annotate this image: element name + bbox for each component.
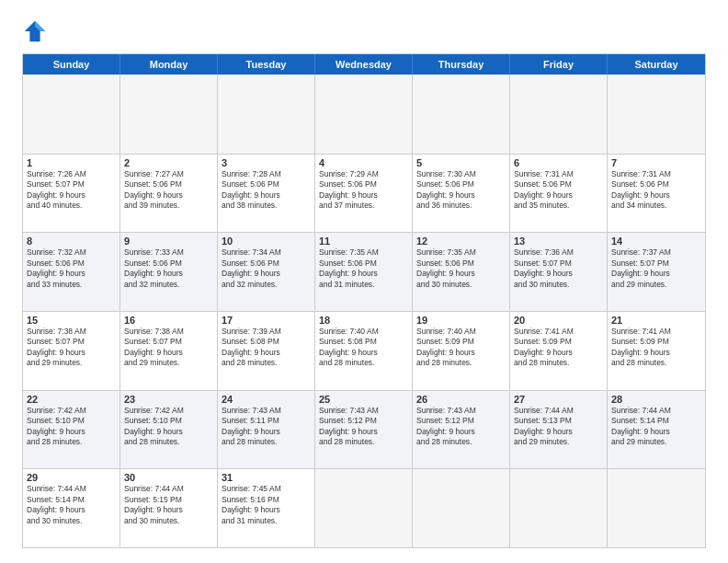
day-number: 21	[611, 315, 701, 326]
cell-info: Sunrise: 7:26 AM Sunset: 5:07 PM Dayligh…	[27, 169, 116, 212]
calendar-cell	[608, 469, 705, 547]
day-number: 7	[611, 157, 701, 168]
day-number: 2	[124, 157, 213, 168]
day-number: 1	[27, 157, 116, 168]
header	[22, 18, 706, 44]
cell-info: Sunrise: 7:39 AM Sunset: 5:08 PM Dayligh…	[222, 327, 311, 369]
cell-info: Sunrise: 7:43 AM Sunset: 5:11 PM Dayligh…	[222, 406, 311, 448]
calendar-row	[23, 75, 705, 154]
calendar-body: 1Sunrise: 7:26 AM Sunset: 5:07 PM Daylig…	[23, 75, 705, 547]
calendar-row: 8Sunrise: 7:32 AM Sunset: 5:06 PM Daylig…	[23, 232, 705, 311]
header-day-sunday: Sunday	[23, 54, 120, 75]
calendar-row: 22Sunrise: 7:42 AM Sunset: 5:10 PM Dayli…	[23, 390, 705, 469]
calendar-cell: 8Sunrise: 7:32 AM Sunset: 5:06 PM Daylig…	[23, 233, 120, 311]
calendar-cell: 12Sunrise: 7:35 AM Sunset: 5:06 PM Dayli…	[413, 233, 510, 311]
calendar-cell: 29Sunrise: 7:44 AM Sunset: 5:14 PM Dayli…	[23, 469, 120, 547]
calendar-cell: 27Sunrise: 7:44 AM Sunset: 5:13 PM Dayli…	[510, 391, 608, 469]
logo-icon	[22, 18, 48, 44]
calendar-cell	[510, 469, 608, 547]
cell-info: Sunrise: 7:44 AM Sunset: 5:14 PM Dayligh…	[27, 484, 116, 526]
day-number: 6	[514, 157, 603, 168]
calendar-cell	[315, 75, 413, 154]
cell-info: Sunrise: 7:44 AM Sunset: 5:13 PM Dayligh…	[514, 406, 603, 448]
day-number: 20	[514, 315, 603, 326]
day-number: 4	[319, 157, 408, 168]
cell-info: Sunrise: 7:31 AM Sunset: 5:06 PM Dayligh…	[514, 169, 603, 212]
calendar-row: 15Sunrise: 7:38 AM Sunset: 5:07 PM Dayli…	[23, 311, 705, 390]
day-number: 14	[611, 236, 701, 247]
cell-info: Sunrise: 7:43 AM Sunset: 5:12 PM Dayligh…	[416, 406, 506, 448]
cell-info: Sunrise: 7:42 AM Sunset: 5:10 PM Dayligh…	[124, 406, 213, 448]
calendar-cell: 23Sunrise: 7:42 AM Sunset: 5:10 PM Dayli…	[120, 391, 218, 469]
cell-info: Sunrise: 7:35 AM Sunset: 5:06 PM Dayligh…	[319, 247, 408, 290]
day-number: 31	[222, 472, 311, 483]
day-number: 23	[124, 394, 213, 405]
calendar-cell: 4Sunrise: 7:29 AM Sunset: 5:06 PM Daylig…	[315, 155, 413, 233]
calendar-cell: 13Sunrise: 7:36 AM Sunset: 5:07 PM Dayli…	[510, 233, 608, 311]
calendar-cell	[120, 75, 218, 154]
calendar-cell: 17Sunrise: 7:39 AM Sunset: 5:08 PM Dayli…	[218, 312, 315, 390]
calendar-cell	[315, 469, 413, 547]
calendar-cell: 19Sunrise: 7:40 AM Sunset: 5:09 PM Dayli…	[413, 312, 510, 390]
calendar-cell: 26Sunrise: 7:43 AM Sunset: 5:12 PM Dayli…	[413, 391, 510, 469]
day-number: 22	[27, 394, 116, 405]
calendar-cell: 5Sunrise: 7:30 AM Sunset: 5:06 PM Daylig…	[413, 155, 510, 233]
calendar-cell: 18Sunrise: 7:40 AM Sunset: 5:08 PM Dayli…	[315, 312, 413, 390]
day-number: 28	[611, 394, 701, 405]
calendar-cell: 1Sunrise: 7:26 AM Sunset: 5:07 PM Daylig…	[23, 155, 120, 233]
logo	[22, 18, 51, 44]
cell-info: Sunrise: 7:36 AM Sunset: 5:07 PM Dayligh…	[514, 247, 603, 290]
calendar-cell: 2Sunrise: 7:27 AM Sunset: 5:06 PM Daylig…	[120, 155, 218, 233]
calendar-cell: 9Sunrise: 7:33 AM Sunset: 5:06 PM Daylig…	[120, 233, 218, 311]
calendar-cell: 11Sunrise: 7:35 AM Sunset: 5:06 PM Dayli…	[315, 233, 413, 311]
cell-info: Sunrise: 7:38 AM Sunset: 5:07 PM Dayligh…	[27, 327, 116, 369]
cell-info: Sunrise: 7:41 AM Sunset: 5:09 PM Dayligh…	[611, 327, 701, 369]
day-number: 26	[416, 394, 506, 405]
header-day-thursday: Thursday	[413, 54, 510, 75]
calendar-cell: 10Sunrise: 7:34 AM Sunset: 5:06 PM Dayli…	[218, 233, 315, 311]
cell-info: Sunrise: 7:44 AM Sunset: 5:15 PM Dayligh…	[124, 484, 213, 526]
header-day-friday: Friday	[510, 54, 608, 75]
cell-info: Sunrise: 7:27 AM Sunset: 5:06 PM Dayligh…	[124, 169, 213, 212]
day-number: 18	[319, 315, 408, 326]
day-number: 24	[222, 394, 311, 405]
day-number: 11	[319, 236, 408, 247]
cell-info: Sunrise: 7:40 AM Sunset: 5:09 PM Dayligh…	[416, 327, 506, 369]
cell-info: Sunrise: 7:33 AM Sunset: 5:06 PM Dayligh…	[124, 247, 213, 290]
header-day-tuesday: Tuesday	[218, 54, 315, 75]
day-number: 17	[222, 315, 311, 326]
calendar-cell	[413, 469, 510, 547]
header-day-monday: Monday	[120, 54, 218, 75]
cell-info: Sunrise: 7:40 AM Sunset: 5:08 PM Dayligh…	[319, 327, 408, 369]
cell-info: Sunrise: 7:38 AM Sunset: 5:07 PM Dayligh…	[124, 327, 213, 369]
cell-info: Sunrise: 7:42 AM Sunset: 5:10 PM Dayligh…	[27, 406, 116, 448]
cell-info: Sunrise: 7:37 AM Sunset: 5:07 PM Dayligh…	[611, 247, 701, 290]
day-number: 5	[416, 157, 506, 168]
day-number: 13	[514, 236, 603, 247]
cell-info: Sunrise: 7:32 AM Sunset: 5:06 PM Dayligh…	[27, 247, 116, 290]
day-number: 25	[319, 394, 408, 405]
calendar-cell: 21Sunrise: 7:41 AM Sunset: 5:09 PM Dayli…	[608, 312, 705, 390]
day-number: 10	[222, 236, 311, 247]
calendar-cell: 22Sunrise: 7:42 AM Sunset: 5:10 PM Dayli…	[23, 391, 120, 469]
day-number: 15	[27, 315, 116, 326]
day-number: 29	[27, 472, 116, 483]
cell-info: Sunrise: 7:43 AM Sunset: 5:12 PM Dayligh…	[319, 406, 408, 448]
day-number: 16	[124, 315, 213, 326]
cell-info: Sunrise: 7:45 AM Sunset: 5:16 PM Dayligh…	[222, 484, 311, 526]
calendar-cell: 20Sunrise: 7:41 AM Sunset: 5:09 PM Dayli…	[510, 312, 608, 390]
calendar-cell: 6Sunrise: 7:31 AM Sunset: 5:06 PM Daylig…	[510, 155, 608, 233]
cell-info: Sunrise: 7:30 AM Sunset: 5:06 PM Dayligh…	[416, 169, 506, 212]
calendar-cell: 30Sunrise: 7:44 AM Sunset: 5:15 PM Dayli…	[120, 469, 218, 547]
calendar: SundayMondayTuesdayWednesdayThursdayFrid…	[22, 53, 706, 548]
day-number: 19	[416, 315, 506, 326]
calendar-cell: 24Sunrise: 7:43 AM Sunset: 5:11 PM Dayli…	[218, 391, 315, 469]
day-number: 12	[416, 236, 506, 247]
cell-info: Sunrise: 7:28 AM Sunset: 5:06 PM Dayligh…	[222, 169, 311, 212]
calendar-cell	[23, 75, 120, 154]
header-day-wednesday: Wednesday	[315, 54, 413, 75]
calendar-cell: 3Sunrise: 7:28 AM Sunset: 5:06 PM Daylig…	[218, 155, 315, 233]
calendar-row: 1Sunrise: 7:26 AM Sunset: 5:07 PM Daylig…	[23, 154, 705, 233]
cell-info: Sunrise: 7:29 AM Sunset: 5:06 PM Dayligh…	[319, 169, 408, 212]
calendar-header: SundayMondayTuesdayWednesdayThursdayFrid…	[23, 54, 705, 75]
